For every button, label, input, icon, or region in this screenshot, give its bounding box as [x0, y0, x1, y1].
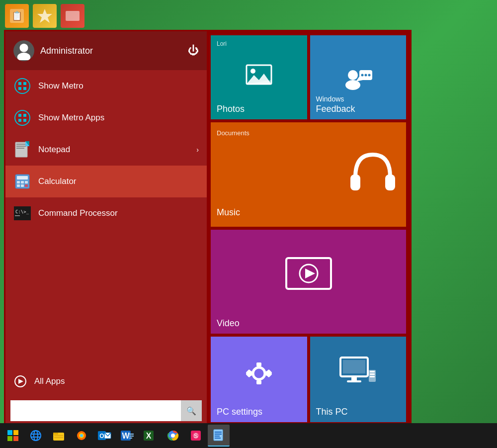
svg-point-44 — [364, 74, 367, 77]
command-processor-item[interactable]: C:\>_ Command Processor — [5, 197, 207, 229]
svg-point-45 — [368, 74, 370, 77]
taskbar: O W X — [0, 423, 497, 448]
notepad-label: Notepad — [38, 145, 70, 155]
photos-icon — [217, 47, 301, 103]
svg-rect-90 — [129, 438, 132, 439]
music-tile[interactable]: Documents Music — [211, 122, 406, 226]
svg-rect-71 — [13, 436, 18, 441]
search-input[interactable] — [10, 400, 181, 421]
video-label: Video — [217, 318, 400, 329]
video-play-icon — [284, 256, 333, 293]
svg-rect-46 — [350, 175, 360, 190]
svg-rect-77 — [53, 433, 58, 435]
calculator-item[interactable]: Calculator — [5, 166, 207, 197]
svg-point-94 — [171, 434, 175, 438]
svg-point-73 — [34, 431, 38, 441]
svg-rect-8 — [23, 82, 26, 85]
svg-rect-10 — [23, 87, 26, 90]
svg-rect-67 — [370, 376, 375, 377]
calculator-icon — [13, 173, 31, 190]
svg-rect-79 — [54, 437, 63, 438]
all-apps-item[interactable]: All Apps — [5, 367, 207, 395]
svg-rect-88 — [129, 434, 134, 435]
notepad-arrow: › — [196, 146, 199, 154]
left-panel: Administrator ⏻ Sh — [5, 31, 207, 426]
outlook-button[interactable]: O — [93, 425, 115, 447]
svg-rect-3 — [66, 11, 80, 21]
power-button[interactable]: ⏻ — [188, 44, 199, 57]
word-button[interactable]: W — [116, 425, 138, 447]
svg-rect-98 — [214, 430, 223, 441]
headphones-icon — [306, 127, 400, 221]
computer-icon — [316, 342, 401, 406]
svg-marker-34 — [18, 379, 23, 384]
avatar — [13, 40, 34, 61]
notepad-taskbar-button[interactable] — [208, 425, 230, 447]
desktop-icon-2[interactable] — [33, 4, 57, 28]
svg-rect-7 — [18, 82, 21, 85]
firefox-button[interactable] — [71, 425, 92, 447]
video-tile[interactable]: Video — [211, 230, 406, 334]
svg-rect-66 — [370, 373, 375, 375]
photos-tile[interactable]: Lori Photos — [211, 35, 307, 119]
svg-point-11 — [15, 110, 30, 125]
svg-rect-15 — [23, 119, 26, 122]
show-metro-apps-label: Show Metro Apps — [38, 113, 104, 123]
svg-rect-26 — [25, 181, 28, 183]
feedback-icon — [316, 40, 401, 95]
all-apps-label: All Apps — [34, 376, 65, 386]
search-bar: 🔍 — [10, 400, 202, 421]
show-metro-item[interactable]: Show Metro — [5, 70, 207, 102]
svg-marker-2 — [37, 9, 52, 23]
svg-rect-13 — [23, 114, 26, 117]
thispc-tile[interactable]: This PC — [310, 337, 407, 422]
svg-rect-101 — [215, 436, 220, 437]
explorer-button[interactable] — [48, 425, 70, 447]
svg-rect-89 — [129, 436, 134, 437]
svg-rect-65 — [370, 371, 375, 372]
svg-text:S: S — [194, 433, 198, 440]
svg-rect-9 — [18, 87, 21, 90]
svg-rect-12 — [18, 114, 21, 117]
svg-rect-17 — [16, 144, 26, 145]
notepad-item[interactable]: Notepad › — [5, 134, 207, 166]
svg-point-4 — [19, 44, 28, 52]
app9-button[interactable]: S — [185, 425, 207, 447]
svg-rect-28 — [21, 184, 24, 187]
svg-point-51 — [253, 367, 265, 379]
svg-point-82 — [80, 434, 83, 437]
svg-rect-61 — [343, 360, 365, 373]
svg-rect-70 — [7, 436, 12, 441]
start-button[interactable] — [2, 425, 24, 447]
svg-text:W: W — [122, 432, 130, 440]
desktop-icon-3[interactable] — [61, 4, 84, 28]
pcsettings-tile[interactable]: PC settings — [211, 337, 307, 422]
excel-button[interactable]: X — [139, 425, 161, 447]
metro-grid-icon — [13, 77, 31, 95]
chrome-button[interactable] — [162, 425, 184, 447]
svg-point-5 — [17, 53, 31, 60]
svg-rect-102 — [215, 438, 221, 439]
search-button[interactable]: 🔍 — [181, 400, 202, 421]
svg-rect-19 — [16, 148, 24, 149]
svg-point-40 — [345, 80, 360, 90]
svg-point-39 — [348, 70, 358, 80]
music-label: Music — [217, 207, 306, 222]
feedback-label: Feedback — [316, 104, 401, 114]
ie-button[interactable] — [25, 425, 47, 447]
desktop-icon-1[interactable]: 📋 — [5, 4, 29, 28]
svg-rect-63 — [347, 380, 361, 382]
svg-point-72 — [31, 431, 41, 441]
show-metro-apps-item[interactable]: Show Metro Apps — [5, 102, 207, 134]
svg-marker-50 — [305, 269, 315, 278]
svg-text:📋: 📋 — [11, 10, 23, 21]
svg-point-43 — [361, 74, 363, 77]
svg-rect-99 — [215, 432, 222, 433]
notepad-icon — [13, 141, 31, 159]
desktop: 📋 Administr — [0, 0, 497, 448]
desktop-icons: 📋 — [5, 4, 84, 28]
svg-rect-100 — [215, 434, 222, 435]
show-metro-label: Show Metro — [38, 81, 83, 91]
svg-rect-78 — [54, 435, 63, 436]
feedback-tile[interactable]: Windows Feedback — [310, 35, 407, 119]
